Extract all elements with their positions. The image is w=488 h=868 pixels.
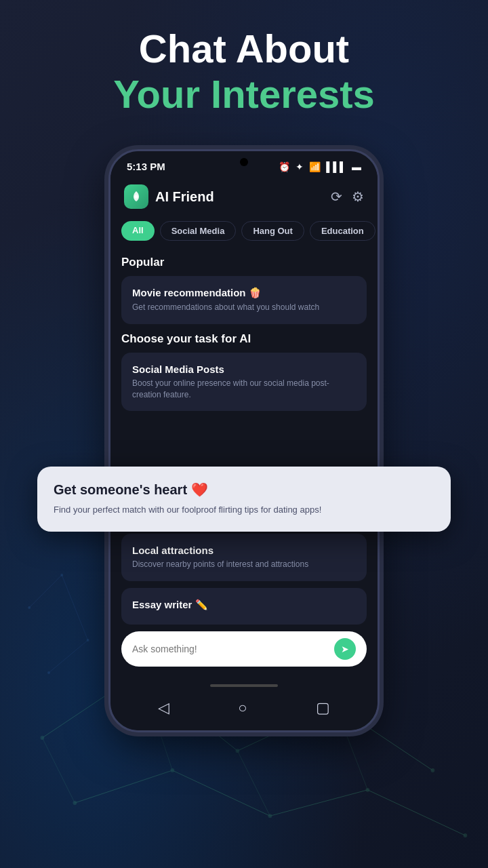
svg-line-8 xyxy=(42,738,75,803)
battery-icon: ▬ xyxy=(352,161,361,172)
svg-point-28 xyxy=(47,671,50,674)
svg-line-23 xyxy=(62,575,87,640)
tooltip-title: Get someone's heart ❤️ xyxy=(54,481,434,498)
back-button[interactable]: ◁ xyxy=(158,699,169,717)
svg-point-27 xyxy=(87,639,89,642)
movie-recommendation-title: Movie recommendation 🍿 xyxy=(132,287,356,299)
svg-line-7 xyxy=(367,790,465,835)
tab-social-media[interactable]: Social Media xyxy=(160,221,237,241)
app-title: AI Friend xyxy=(155,189,214,205)
app-header-actions: ⟳ ⚙ xyxy=(331,189,364,205)
tab-hang-out[interactable]: Hang Out xyxy=(241,221,304,241)
input-bar[interactable]: ➤ xyxy=(121,631,367,667)
svg-point-21 xyxy=(464,833,468,837)
local-attractions-desc: Discover nearby points of interest and a… xyxy=(132,559,356,570)
svg-point-29 xyxy=(135,195,138,199)
signal-icon: ▌▌▌ xyxy=(326,161,346,172)
home-indicator xyxy=(210,684,278,687)
svg-line-24 xyxy=(49,640,88,673)
app-logo xyxy=(124,184,148,209)
essay-writer-card[interactable]: Essay writer ✏️ xyxy=(121,588,367,625)
wifi-icon: 📶 xyxy=(309,161,321,172)
alarm-icon: ⏰ xyxy=(279,161,290,172)
svg-line-6 xyxy=(270,790,367,816)
svg-line-5 xyxy=(172,770,270,816)
svg-point-17 xyxy=(73,801,77,805)
popular-section-title: Popular xyxy=(121,256,367,269)
task-section-title: Choose your task for AI xyxy=(121,332,367,346)
tooltip-card[interactable]: Get someone's heart ❤️ Find your perfect… xyxy=(37,467,451,532)
svg-point-25 xyxy=(28,606,30,609)
essay-writer-title: Essay writer ✏️ xyxy=(132,599,356,611)
home-button[interactable]: ○ xyxy=(238,699,247,717)
tabs-row: All Social Media Hang Out Education xyxy=(110,217,378,248)
svg-point-20 xyxy=(366,788,370,792)
header-line2: Your Interests xyxy=(0,71,488,118)
chat-input[interactable] xyxy=(132,644,329,654)
svg-line-10 xyxy=(237,751,270,816)
phone-frame: 5:13 PM ⏰ ✦ 📶 ▌▌▌ ▬ AI Friend xyxy=(108,149,380,732)
local-attractions-card[interactable]: Local attractions Discover nearby points… xyxy=(121,534,367,581)
status-icons: ⏰ ✦ 📶 ▌▌▌ ▬ xyxy=(279,161,361,172)
scroll-content: Popular Movie recommendation 🍿 Get recom… xyxy=(110,248,378,680)
local-attractions-title: Local attractions xyxy=(132,545,356,556)
app-header: AI Friend ⟳ ⚙ xyxy=(110,178,378,217)
movie-recommendation-desc: Get recommendations about what you shoul… xyxy=(132,302,356,313)
social-media-posts-desc: Boost your online presence with our soci… xyxy=(132,378,356,401)
svg-point-26 xyxy=(60,574,63,576)
send-button[interactable]: ➤ xyxy=(334,638,356,660)
svg-line-22 xyxy=(29,575,62,608)
social-media-posts-card[interactable]: Social Media Posts Boost your online pre… xyxy=(121,353,367,412)
camera-notch xyxy=(240,158,248,166)
movie-recommendation-card[interactable]: Movie recommendation 🍿 Get recommendatio… xyxy=(121,276,367,324)
phone-screen: 5:13 PM ⏰ ✦ 📶 ▌▌▌ ▬ AI Friend xyxy=(110,151,378,730)
history-icon[interactable]: ⟳ xyxy=(331,189,342,205)
tab-all[interactable]: All xyxy=(121,221,155,241)
svg-point-12 xyxy=(41,736,45,740)
bluetooth-icon: ✦ xyxy=(296,161,304,172)
header-section: Chat About Your Interests xyxy=(0,27,488,117)
status-time: 5:13 PM xyxy=(127,161,165,172)
svg-point-19 xyxy=(268,814,272,818)
svg-line-4 xyxy=(75,770,172,803)
app-title-row: AI Friend xyxy=(124,184,214,209)
tab-education[interactable]: Education xyxy=(310,221,375,241)
nav-bar: ◁ ○ ▢ xyxy=(110,690,378,730)
settings-icon[interactable]: ⚙ xyxy=(352,189,364,205)
recent-button[interactable]: ▢ xyxy=(316,699,330,717)
social-media-posts-title: Social Media Posts xyxy=(132,363,356,375)
svg-point-18 xyxy=(171,768,175,772)
svg-point-14 xyxy=(236,749,240,753)
tooltip-desc: Find your perfect match with our foolpro… xyxy=(54,503,434,517)
header-line1: Chat About xyxy=(0,27,488,71)
svg-point-16 xyxy=(431,768,435,772)
